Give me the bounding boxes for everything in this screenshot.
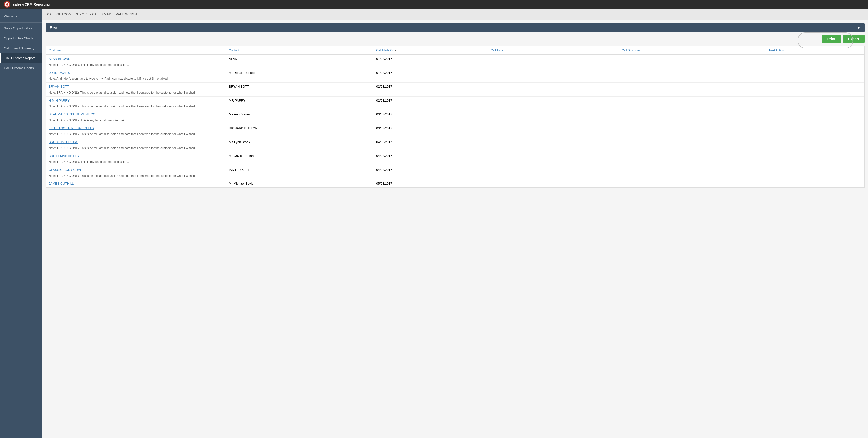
print-button[interactable]: Print xyxy=(822,35,841,43)
logo-icon xyxy=(4,1,10,8)
customer-link[interactable]: BEAUMARIS INSTRUMENT CO xyxy=(49,112,95,116)
next-action-cell xyxy=(766,152,864,160)
contact-cell: IAN HESKETH xyxy=(226,166,373,174)
customer-link[interactable]: BRETT MARTIN LTD xyxy=(49,154,79,158)
next-action-cell xyxy=(766,180,864,188)
contact-cell: ALAN xyxy=(226,55,373,63)
date-cell: 03/03/2017 xyxy=(373,111,488,118)
note-cell: Note: And I don't even have to type to m… xyxy=(46,77,864,83)
call-outcome-cell xyxy=(619,180,766,188)
table-row: ELITE TOOL HIRE SALES LTDRICHARD BUFTON0… xyxy=(46,124,864,132)
contact-cell: MR PARRY xyxy=(226,96,373,105)
sidebar-item-opportunities-charts[interactable]: Opportunities Charts xyxy=(0,33,42,43)
report-table: Customer Contact Call Made On Call Type … xyxy=(46,46,864,187)
filter-label: Filter xyxy=(50,26,57,29)
call-outcome-cell xyxy=(619,124,766,132)
contact-cell: Mr Donald Russell xyxy=(226,69,373,77)
next-action-cell xyxy=(766,111,864,118)
table-row: JOHN DAVIESMr Donald Russell01/03/2017 xyxy=(46,69,864,77)
filter-arrow-icon: ▶ xyxy=(858,26,860,29)
note-row: Note: TRAINING ONLY This is be the last … xyxy=(46,104,864,111)
action-bar: Print Export xyxy=(42,32,868,46)
top-bar: sales-i CRM Reporting xyxy=(0,0,868,9)
sidebar-item-call-outcome-report[interactable]: Call Outcome Report xyxy=(0,53,42,63)
page-title: CALL OUTCOME REPORT - CALLS MADE: PAUL W… xyxy=(42,9,868,20)
col-header-contact[interactable]: Contact xyxy=(226,46,373,55)
customer-link[interactable]: JAMES CUTHILL xyxy=(49,182,74,185)
call-type-cell xyxy=(488,69,619,77)
customer-link[interactable]: BRUCE INTERIORS xyxy=(49,140,79,144)
date-cell: 04/03/2017 xyxy=(373,152,488,160)
sidebar-item-welcome[interactable]: Welcome xyxy=(0,11,42,21)
filter-bar[interactable]: Filter ▶ xyxy=(45,23,865,32)
call-outcome-cell xyxy=(619,69,766,77)
contact-cell: Mr Michael Boyle xyxy=(226,180,373,188)
note-row: Note: TRAINING ONLY This is be the last … xyxy=(46,132,864,138)
col-header-customer[interactable]: Customer xyxy=(46,46,226,55)
sidebar-item-sales-opportunities[interactable]: Sales Opportunities xyxy=(0,24,42,33)
call-type-cell xyxy=(488,138,619,146)
report-table-container: Customer Contact Call Made On Call Type … xyxy=(45,46,865,188)
table-row: BRYAN BOTTBRYAN BOTT02/03/2017 xyxy=(46,83,864,91)
next-action-cell xyxy=(766,166,864,174)
date-cell: 01/03/2017 xyxy=(373,55,488,63)
note-cell: Note: TRAINING ONLY This is be the last … xyxy=(46,146,864,152)
call-type-cell xyxy=(488,111,619,118)
note-row: Note: TRAINING ONLY This is be the last … xyxy=(46,90,864,96)
col-header-call-made-on[interactable]: Call Made On xyxy=(373,46,488,55)
table-row: BRUCE INTERIORSMs Lynn Brook04/03/2017 xyxy=(46,138,864,146)
contact-cell: Ms Lynn Brook xyxy=(226,138,373,146)
sidebar-item-call-spend-summary[interactable]: Call Spend Summary xyxy=(0,43,42,53)
customer-link[interactable]: CLASSIC BODY CRAFT xyxy=(49,168,84,172)
note-row: Note: TRAINING ONLY. This is my last cus… xyxy=(46,63,864,69)
note-row: Note: TRAINING ONLY. This is my last cus… xyxy=(46,118,864,124)
call-type-cell xyxy=(488,55,619,63)
date-cell: 01/03/2017 xyxy=(373,69,488,77)
call-type-cell xyxy=(488,124,619,132)
contact-cell: Mr Gavin Freeland xyxy=(226,152,373,160)
sidebar-item-call-outcome-charts[interactable]: Call Outcome Charts xyxy=(0,63,42,73)
note-cell: Note: TRAINING ONLY This is be the last … xyxy=(46,90,864,96)
date-cell: 05/03/2017 xyxy=(373,180,488,188)
note-cell: Note: TRAINING ONLY This is be the last … xyxy=(46,104,864,111)
note-row: Note: TRAINING ONLY This is be the last … xyxy=(46,146,864,152)
note-cell: Note: TRAINING ONLY. This is my last cus… xyxy=(46,118,864,124)
customer-link[interactable]: ALAN BROWN xyxy=(49,57,70,61)
export-button[interactable]: Export xyxy=(843,35,865,43)
note-cell: Note: TRAINING ONLY This is be the last … xyxy=(46,132,864,138)
next-action-cell xyxy=(766,138,864,146)
next-action-cell xyxy=(766,55,864,63)
table-row: JAMES CUTHILLMr Michael Boyle05/03/2017 xyxy=(46,180,864,188)
customer-link[interactable]: JOHN DAVIES xyxy=(49,71,70,75)
table-row: BRETT MARTIN LTDMr Gavin Freeland04/03/2… xyxy=(46,152,864,160)
col-header-call-type[interactable]: Call Type xyxy=(488,46,619,55)
call-type-cell xyxy=(488,152,619,160)
call-outcome-cell xyxy=(619,96,766,105)
customer-link[interactable]: BRYAN BOTT xyxy=(49,85,69,88)
date-cell: 02/03/2017 xyxy=(373,96,488,105)
table-header: Customer Contact Call Made On Call Type … xyxy=(46,46,864,55)
col-header-call-outcome[interactable]: Call Outcome xyxy=(619,46,766,55)
note-cell: Note: TRAINING ONLY. This is my last cus… xyxy=(46,160,864,166)
call-type-cell xyxy=(488,96,619,105)
table-row: CLASSIC BODY CRAFTIAN HESKETH04/03/2017 xyxy=(46,166,864,174)
note-row: Note: And I don't even have to type to m… xyxy=(46,77,864,83)
customer-link[interactable]: ELITE TOOL HIRE SALES LTD xyxy=(49,126,94,130)
sidebar: WelcomeSales OpportunitiesOpportunities … xyxy=(0,9,42,438)
col-header-next-action[interactable]: Next Action xyxy=(766,46,864,55)
date-cell: 03/03/2017 xyxy=(373,124,488,132)
contact-cell: BRYAN BOTT xyxy=(226,83,373,91)
call-type-cell xyxy=(488,166,619,174)
customer-link[interactable]: H M H PARRY xyxy=(49,98,69,102)
date-cell: 04/03/2017 xyxy=(373,166,488,174)
call-outcome-cell xyxy=(619,83,766,91)
table-row: BEAUMARIS INSTRUMENT COMs Ann Drever03/0… xyxy=(46,111,864,118)
contact-cell: Ms Ann Drever xyxy=(226,111,373,118)
call-outcome-cell xyxy=(619,55,766,63)
call-outcome-cell xyxy=(619,152,766,160)
call-type-cell xyxy=(488,83,619,91)
main-layout: WelcomeSales OpportunitiesOpportunities … xyxy=(0,9,868,438)
next-action-cell xyxy=(766,96,864,105)
next-action-cell xyxy=(766,69,864,77)
note-row: Note: TRAINING ONLY. This is my last cus… xyxy=(46,160,864,166)
